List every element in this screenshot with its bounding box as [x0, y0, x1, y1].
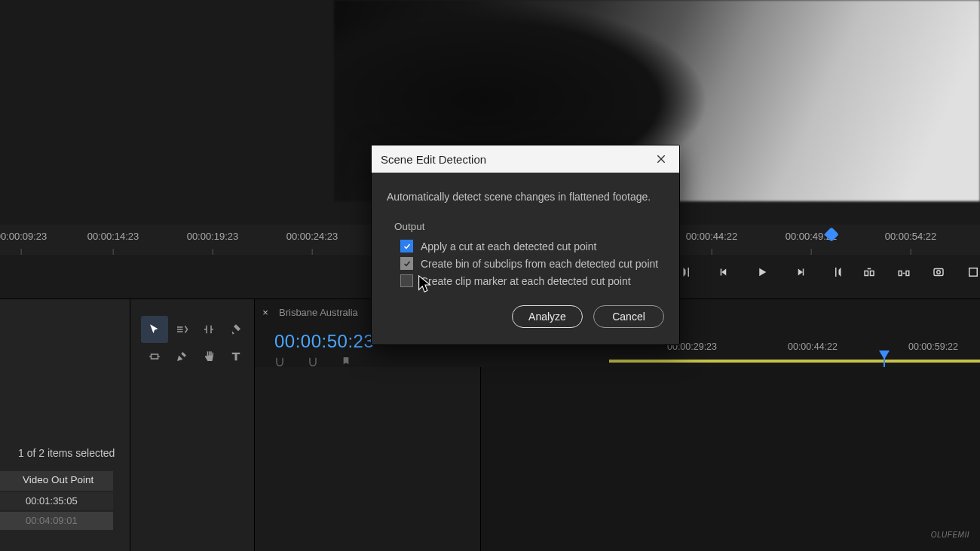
- svg-rect-3: [906, 271, 909, 276]
- dialog-description: Automatically detect scene changes in fl…: [387, 191, 664, 203]
- svg-rect-4: [934, 269, 943, 276]
- close-icon[interactable]: [655, 153, 667, 165]
- column-header-video-out[interactable]: Video Out Point: [0, 471, 113, 491]
- option-label: Create clip marker at each detected cut …: [421, 275, 631, 287]
- current-timecode[interactable]: 00:00:50:23: [274, 331, 374, 352]
- slip-tool-icon[interactable]: [141, 343, 168, 370]
- cancel-button[interactable]: Cancel: [593, 305, 664, 328]
- settings-icon[interactable]: [965, 264, 980, 280]
- project-panel: 1 of 2 items selected Video Out Point 00…: [0, 298, 130, 551]
- dialog-button-row: Analyze Cancel: [387, 305, 664, 328]
- dialog-titlebar[interactable]: Scene Edit Detection: [372, 145, 679, 173]
- ruler-tick: 00:00:44:22: [788, 341, 838, 352]
- dialog-body: Automatically detect scene changes in fl…: [372, 173, 679, 344]
- project-item-row[interactable]: 00:04:09:01: [0, 512, 113, 530]
- ruler-tick: 00:00:59:22: [908, 341, 958, 352]
- tools-panel: [130, 298, 254, 551]
- svg-rect-1: [871, 271, 874, 276]
- lift-icon[interactable]: [861, 264, 877, 280]
- work-area-bar[interactable]: [609, 360, 980, 363]
- ruler-tick: 00:00:44:22: [686, 231, 738, 242]
- sequence-tab-label: Brisbane Australia: [279, 307, 358, 318]
- checkbox-icon[interactable]: [400, 240, 413, 253]
- transport-controls: [678, 264, 846, 280]
- option-create-bin[interactable]: Create bin of subclips from each detecte…: [400, 257, 664, 270]
- option-label: Create bin of subclips from each detecte…: [421, 258, 658, 270]
- dialog-title: Scene Edit Detection: [381, 153, 486, 166]
- hand-tool-icon[interactable]: [195, 343, 222, 370]
- step-back-icon[interactable]: [716, 264, 733, 280]
- track-select-icon[interactable]: [168, 316, 195, 343]
- selection-count-label: 1 of 2 items selected: [18, 447, 115, 459]
- option-label: Apply a cut at each detected cut point: [421, 240, 597, 253]
- watermark-label: OLUFEMII: [931, 531, 969, 539]
- checkbox-icon[interactable]: [400, 257, 413, 270]
- ruler-tick: 00:00:54:22: [885, 231, 937, 242]
- razor-tool-icon[interactable]: [222, 316, 250, 343]
- export-frame-icon[interactable]: [930, 264, 947, 280]
- svg-rect-6: [969, 268, 978, 277]
- type-tool-icon[interactable]: [222, 343, 250, 370]
- analyze-button[interactable]: Analyze: [512, 305, 583, 328]
- project-item-row[interactable]: 00:01:35:05: [0, 492, 113, 510]
- transport-extra-controls: [861, 264, 980, 280]
- scene-edit-detection-dialog: Scene Edit Detection Automatically detec…: [371, 145, 680, 345]
- option-apply-cut[interactable]: Apply a cut at each detected cut point: [400, 240, 664, 253]
- step-forward-icon[interactable]: [792, 264, 808, 280]
- mark-in-icon[interactable]: [678, 264, 695, 280]
- mark-out-icon[interactable]: [829, 264, 846, 280]
- sequence-tab[interactable]: × Brisbane Australia: [261, 307, 358, 318]
- play-icon[interactable]: [754, 264, 770, 280]
- svg-point-5: [937, 271, 941, 274]
- track-header-area: [255, 367, 481, 551]
- output-section-label: Output: [394, 221, 664, 232]
- pen-tool-icon[interactable]: [168, 343, 195, 370]
- svg-rect-2: [899, 271, 902, 276]
- ruler-tick: 00:00:09:23: [0, 231, 47, 242]
- checkbox-icon[interactable]: [400, 274, 413, 287]
- selection-tool-icon[interactable]: [141, 316, 168, 343]
- ruler-tick: 00:00:19:23: [187, 231, 239, 242]
- option-clip-marker[interactable]: Create clip marker at each detected cut …: [400, 274, 664, 287]
- close-icon[interactable]: ×: [261, 308, 270, 317]
- extract-icon[interactable]: [896, 264, 912, 280]
- svg-rect-0: [865, 271, 868, 276]
- ruler-tick: 00:00:24:23: [286, 231, 338, 242]
- track-lanes[interactable]: [481, 367, 980, 551]
- ripple-edit-icon[interactable]: [195, 316, 222, 343]
- ruler-tick: 00:00:14:23: [87, 231, 139, 242]
- program-playhead[interactable]: [826, 229, 837, 240]
